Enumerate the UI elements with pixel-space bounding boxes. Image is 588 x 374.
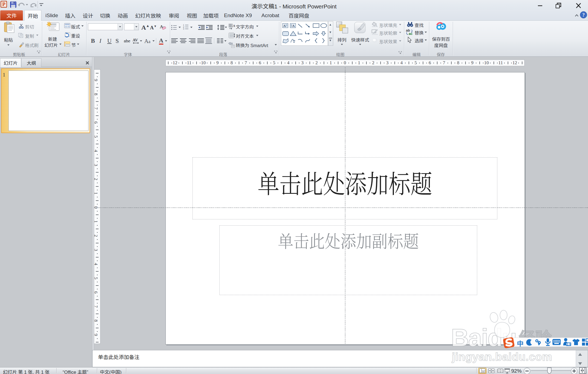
svg-text:A: A bbox=[233, 24, 235, 28]
svg-text:A: A bbox=[292, 24, 295, 28]
svg-text:AV: AV bbox=[133, 38, 138, 42]
svg-text:A: A bbox=[283, 24, 286, 28]
svg-text:?: ? bbox=[582, 12, 585, 18]
svg-text:2.5: 2.5 bbox=[567, 343, 571, 346]
